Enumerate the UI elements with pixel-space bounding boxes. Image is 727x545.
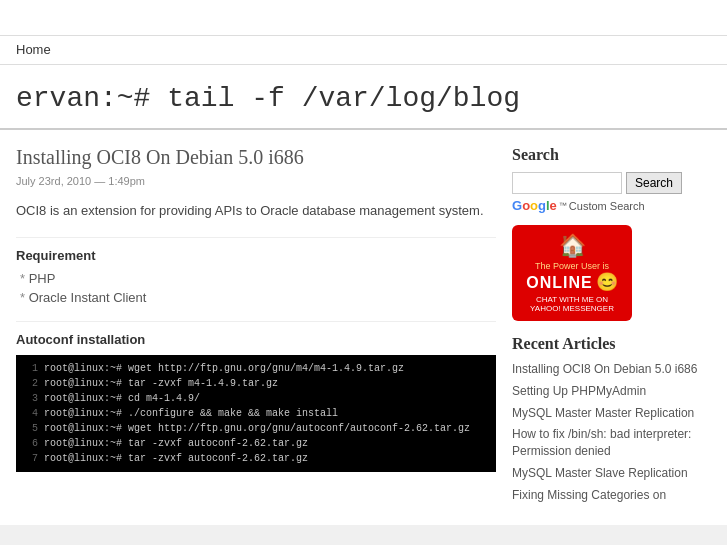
recent-article-link-2[interactable]: Setting Up PHPMyAdmin [512,383,707,400]
recent-article-5[interactable]: MySQL Master Slave Replication [512,465,707,482]
recent-article-link-4[interactable]: How to fix /bin/sh: bad interpreter: Per… [512,426,707,460]
recent-article-3[interactable]: MySQL Master Master Replication [512,405,707,422]
house-icon: 🏠 [520,233,624,259]
requirement-item-2: Oracle Instant Client [20,290,496,305]
terminal-line-5: 5 root@linux:~# wget http://ftp.gnu.org/… [24,421,488,436]
nav-home-link[interactable]: Home [16,42,51,57]
search-button[interactable]: Search [626,172,682,194]
terminal-line-7: 7 root@linux:~# tar -zvxf autoconf-2.62.… [24,451,488,466]
google-custom-search: Google ™ Custom Search [512,198,707,213]
online-text: ONLINE [526,274,592,291]
google-custom-search-label: Custom Search [569,200,645,212]
terminal-line-6: 6 root@linux:~# tar -zvxf autoconf-2.62.… [24,436,488,451]
sidebar: Search Search Google ™ Custom Search 🏠 T… [512,146,707,509]
search-input[interactable] [512,172,622,194]
online-badge[interactable]: 🏠 The Power User is ONLINE 😊 CHAT WITH M… [512,225,632,321]
recent-article-2[interactable]: Setting Up PHPMyAdmin [512,383,707,400]
nav-bar: Home [0,36,727,65]
requirement-item-1: PHP [20,271,496,286]
recent-article-4[interactable]: How to fix /bin/sh: bad interpreter: Per… [512,426,707,460]
recent-article-link-1[interactable]: Installing OCI8 On Debian 5.0 i686 [512,361,707,378]
recent-articles-title: Recent Articles [512,335,707,353]
post-date: July 23rd, 2010 — 1:49pm [16,175,496,187]
post-intro: OCI8 is an extension for providing APIs … [16,201,496,221]
section-divider-2 [16,321,496,322]
online-chat-text: CHAT WITH ME ONYAHOO! MESSENGER [520,295,624,313]
recent-article-6[interactable]: Fixing Missing Categories on [512,487,707,504]
autoconf-section-title: Autoconf installation [16,332,496,347]
recent-article-link-5[interactable]: MySQL Master Slave Replication [512,465,707,482]
online-power-text: The Power User is [520,261,624,271]
main-wrapper: Installing OCI8 On Debian 5.0 i686 July … [0,130,727,525]
section-divider-1 [16,237,496,238]
post-title: Installing OCI8 On Debian 5.0 i686 [16,146,496,169]
terminal-line-1: 1 root@linux:~# wget http://ftp.gnu.org/… [24,361,488,376]
search-row: Search [512,172,707,194]
terminal-block: 1 root@linux:~# wget http://ftp.gnu.org/… [16,355,496,472]
requirements-list: PHP Oracle Instant Client [16,271,496,305]
site-header: ervan:~# tail -f /var/log/blog [0,65,727,130]
recent-article-link-3[interactable]: MySQL Master Master Replication [512,405,707,422]
search-section-title: Search [512,146,707,164]
recent-article-link-6[interactable]: Fixing Missing Categories on [512,487,707,504]
top-bar [0,0,727,36]
terminal-line-2: 2 root@linux:~# tar -zvxf m4-1.4.9.tar.g… [24,376,488,391]
requirement-section-title: Requirement [16,248,496,263]
site-title: ervan:~# tail -f /var/log/blog [16,83,711,114]
recent-article-1[interactable]: Installing OCI8 On Debian 5.0 i686 [512,361,707,378]
content-area: Installing OCI8 On Debian 5.0 i686 July … [16,146,496,509]
smiley-icon: 😊 [596,271,618,293]
terminal-line-3: 3 root@linux:~# cd m4-1.4.9/ [24,391,488,406]
terminal-line-4: 4 root@linux:~# ./configure && make && m… [24,406,488,421]
google-logo: Google [512,198,557,213]
recent-articles-list: Installing OCI8 On Debian 5.0 i686 Setti… [512,361,707,504]
